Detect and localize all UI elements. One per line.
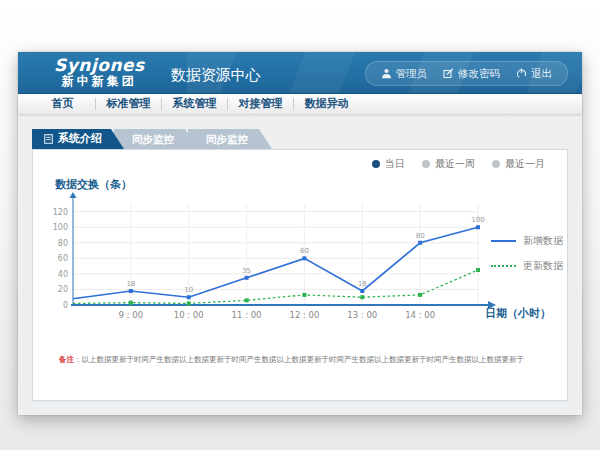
radio-icon [372, 160, 380, 168]
logo-text-cn: 新中新集团 [54, 75, 145, 88]
tab-label: 同步监控 [132, 129, 174, 149]
logo-text-en: Synjones [54, 57, 145, 75]
tab-bar: 系统介绍同步监控同步监控 [32, 129, 582, 149]
tab-label: 系统介绍 [58, 129, 102, 149]
user-toolbar: 管理员 修改密码 退出 [365, 61, 569, 86]
legend-label: 更新数据 [523, 259, 563, 273]
tab-label: 同步监控 [206, 129, 248, 149]
x-axis-title: 日期（小时） [485, 306, 551, 321]
chart-legend: 新增数据更新数据 [491, 234, 563, 284]
svg-text:100: 100 [471, 216, 484, 224]
range-option-label: 最近一月 [505, 157, 545, 171]
page-title: 数据资源中心 [171, 60, 261, 85]
logout-label: 退出 [531, 67, 552, 81]
document-icon [44, 134, 53, 144]
nav-item[interactable]: 对接管理 [228, 98, 294, 110]
footnote-prefix: 备注 [59, 355, 74, 364]
legend-item: 更新数据 [491, 259, 563, 273]
legend-label: 新增数据 [523, 234, 563, 248]
svg-text:11 : 00: 11 : 00 [232, 310, 262, 320]
nav-item[interactable]: 系统管理 [162, 98, 228, 110]
content-area: 系统介绍同步监控同步监控 当日最近一周最近一月 数据交换（条） 02040608… [18, 115, 582, 401]
company-logo: Synjones 新中新集团 [54, 57, 145, 87]
footnote: 备注：以上数据更新于时间产生数据以上数据更新于时间产生数据以上数据更新于时间产生… [59, 355, 569, 365]
legend-line-sample [491, 240, 516, 242]
svg-text:35: 35 [242, 267, 251, 275]
svg-text:10 : 00: 10 : 00 [174, 310, 204, 320]
y-axis-title: 数据交换（条） [55, 177, 132, 192]
radio-icon [492, 160, 500, 168]
svg-text:80: 80 [416, 232, 425, 240]
svg-text:14 : 00: 14 : 00 [405, 310, 435, 320]
tab-sync-monitor[interactable]: 同步监控 [188, 129, 272, 149]
change-password-label: 修改密码 [458, 67, 500, 81]
nav-item[interactable]: 数据异动 [294, 98, 359, 110]
tab-sync-monitor[interactable]: 同步监控 [114, 129, 198, 149]
svg-text:120: 120 [53, 208, 68, 217]
current-user-label: 管理员 [396, 67, 428, 81]
svg-text:9 : 00: 9 : 00 [119, 310, 144, 320]
svg-text:0: 0 [63, 301, 68, 310]
svg-text:13 : 00: 13 : 00 [347, 310, 377, 320]
nav-bar: 首页标准管理系统管理对接管理数据异动 [18, 94, 582, 115]
range-option-label: 当日 [385, 157, 405, 171]
svg-text:12 : 00: 12 : 00 [289, 310, 319, 320]
legend-item: 新增数据 [491, 234, 563, 248]
svg-text:18: 18 [358, 280, 367, 288]
nav-item[interactable]: 首页 [30, 98, 96, 110]
svg-text:18: 18 [126, 280, 135, 288]
power-icon [516, 68, 527, 79]
svg-text:80: 80 [58, 239, 68, 248]
range-option[interactable]: 最近一周 [422, 157, 475, 171]
user-icon [381, 68, 392, 79]
footnote-text: ：以上数据更新于时间产生数据以上数据更新于时间产生数据以上数据更新于时间产生数据… [74, 355, 524, 364]
svg-text:100: 100 [53, 223, 68, 232]
edit-icon [443, 68, 454, 79]
app-window: Synjones 新中新集团 数据资源中心 管理员 修改密码 退出 [18, 52, 582, 415]
tab-system-intro[interactable]: 系统介绍 [32, 129, 124, 149]
logout-button[interactable]: 退出 [516, 67, 552, 81]
svg-text:10: 10 [184, 286, 193, 294]
range-option-label: 最近一周 [435, 157, 475, 171]
chart-panel: 当日最近一周最近一月 数据交换（条） 0204060801001209 : 00… [32, 149, 568, 401]
range-option[interactable]: 当日 [372, 157, 405, 171]
time-range-options: 当日最近一周最近一月 [372, 157, 545, 171]
change-password-button[interactable]: 修改密码 [443, 67, 500, 81]
svg-text:20: 20 [58, 285, 68, 294]
svg-text:60: 60 [300, 247, 309, 255]
line-chart: 0204060801001209 : 0010 : 0011 : 0012 : … [43, 192, 505, 328]
svg-text:40: 40 [58, 270, 68, 279]
legend-line-sample [491, 265, 516, 267]
range-option[interactable]: 最近一月 [492, 157, 545, 171]
current-user-button[interactable]: 管理员 [381, 67, 428, 81]
nav-item[interactable]: 标准管理 [96, 98, 162, 110]
svg-text:60: 60 [58, 254, 68, 263]
app-header: Synjones 新中新集团 数据资源中心 管理员 修改密码 退出 [18, 52, 582, 94]
radio-icon [422, 160, 430, 168]
